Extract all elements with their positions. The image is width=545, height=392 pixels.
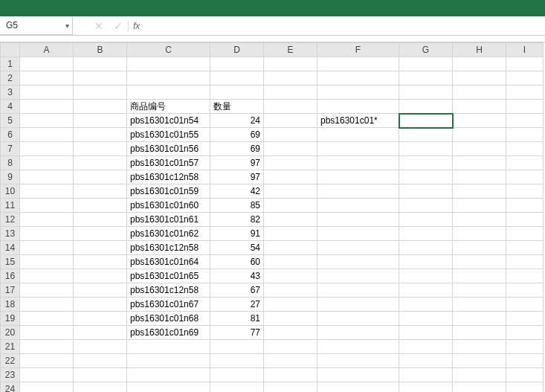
- row-header-18[interactable]: 18: [1, 298, 20, 312]
- cell-G18[interactable]: [399, 298, 453, 312]
- cell-C17[interactable]: pbs16301c12n58: [127, 283, 210, 298]
- cell-D19[interactable]: 81: [210, 312, 264, 326]
- cell-F15[interactable]: [317, 255, 399, 269]
- cell-I8[interactable]: [506, 156, 544, 170]
- cell-A14[interactable]: [20, 241, 74, 255]
- cell-F11[interactable]: [317, 199, 399, 213]
- cell-H11[interactable]: [453, 199, 506, 213]
- col-header-B[interactable]: B: [74, 43, 127, 57]
- cell-H8[interactable]: [453, 156, 506, 170]
- row-header-22[interactable]: 22: [1, 354, 20, 368]
- cell-H24[interactable]: [453, 382, 506, 393]
- row-header-12[interactable]: 12: [1, 213, 20, 227]
- cell-D20[interactable]: 77: [210, 326, 264, 340]
- cell-B19[interactable]: [74, 312, 127, 326]
- cell-D13[interactable]: 91: [210, 227, 264, 241]
- cell-H4[interactable]: [453, 100, 506, 114]
- cell-E1[interactable]: [264, 57, 317, 71]
- cell-B3[interactable]: [74, 86, 127, 100]
- cell-G8[interactable]: [399, 156, 453, 170]
- cell-E11[interactable]: [264, 199, 317, 213]
- cell-I20[interactable]: [506, 326, 544, 340]
- cell-H14[interactable]: [453, 241, 506, 255]
- cell-I23[interactable]: [506, 368, 544, 382]
- cell-E4[interactable]: [264, 100, 317, 114]
- cell-F22[interactable]: [317, 354, 399, 368]
- row-header-2[interactable]: 2: [1, 71, 20, 86]
- cell-I4[interactable]: [506, 100, 544, 114]
- cell-H2[interactable]: [453, 71, 506, 86]
- cell-C21[interactable]: [127, 340, 210, 354]
- cell-A23[interactable]: [20, 368, 74, 382]
- cell-B23[interactable]: [74, 368, 127, 382]
- select-all-corner[interactable]: [1, 43, 20, 57]
- row-header-16[interactable]: 16: [1, 269, 20, 283]
- cell-C22[interactable]: [127, 354, 210, 368]
- row-header-11[interactable]: 11: [1, 199, 20, 213]
- cell-D12[interactable]: 82: [210, 213, 264, 227]
- cell-H13[interactable]: [453, 227, 506, 241]
- cell-F16[interactable]: [317, 269, 399, 283]
- cell-B2[interactable]: [74, 71, 127, 86]
- row-header-19[interactable]: 19: [1, 312, 20, 326]
- cell-F2[interactable]: [317, 71, 399, 86]
- cell-I19[interactable]: [506, 312, 544, 326]
- cell-B1[interactable]: [74, 57, 127, 71]
- cell-E18[interactable]: [264, 298, 317, 312]
- cell-D10[interactable]: 42: [210, 184, 264, 199]
- cell-G7[interactable]: [399, 142, 453, 156]
- row-header-23[interactable]: 23: [1, 368, 20, 382]
- cell-I6[interactable]: [506, 128, 544, 142]
- cell-B22[interactable]: [74, 354, 127, 368]
- row-header-1[interactable]: 1: [1, 57, 20, 71]
- cell-D23[interactable]: [210, 368, 264, 382]
- col-header-D[interactable]: D: [210, 43, 264, 57]
- cell-A12[interactable]: [20, 213, 74, 227]
- cell-A15[interactable]: [20, 255, 74, 269]
- cell-F6[interactable]: [317, 128, 399, 142]
- cell-H6[interactable]: [453, 128, 506, 142]
- cell-A19[interactable]: [20, 312, 74, 326]
- cell-C7[interactable]: pbs16301c01n56: [127, 142, 210, 156]
- cell-C14[interactable]: pbs16301c12n58: [127, 241, 210, 255]
- row-header-8[interactable]: 8: [1, 156, 20, 170]
- cell-F19[interactable]: [317, 312, 399, 326]
- cell-H7[interactable]: [453, 142, 506, 156]
- cell-D16[interactable]: 43: [210, 269, 264, 283]
- cell-G17[interactable]: [399, 283, 453, 298]
- cell-H18[interactable]: [453, 298, 506, 312]
- col-header-C[interactable]: C: [127, 43, 210, 57]
- cell-E7[interactable]: [264, 142, 317, 156]
- cell-F10[interactable]: [317, 184, 399, 199]
- cell-C10[interactable]: pbs16301c01n59: [127, 184, 210, 199]
- cell-A1[interactable]: [20, 57, 74, 71]
- cell-B8[interactable]: [74, 156, 127, 170]
- cell-E3[interactable]: [264, 86, 317, 100]
- cell-A11[interactable]: [20, 199, 74, 213]
- cell-I22[interactable]: [506, 354, 544, 368]
- cell-G16[interactable]: [399, 269, 453, 283]
- cell-C18[interactable]: pbs16301c01n67: [127, 298, 210, 312]
- cell-H22[interactable]: [453, 354, 506, 368]
- cell-E14[interactable]: [264, 241, 317, 255]
- cell-B15[interactable]: [74, 255, 127, 269]
- cell-D3[interactable]: [210, 86, 264, 100]
- cell-A20[interactable]: [20, 326, 74, 340]
- cell-E19[interactable]: [264, 312, 317, 326]
- cell-F9[interactable]: [317, 170, 399, 184]
- row-header-17[interactable]: 17: [1, 283, 20, 298]
- col-header-E[interactable]: E: [264, 43, 317, 57]
- cell-I14[interactable]: [506, 241, 544, 255]
- cell-D21[interactable]: [210, 340, 264, 354]
- cell-I24[interactable]: [506, 382, 544, 393]
- cell-E2[interactable]: [264, 71, 317, 86]
- cell-B16[interactable]: [74, 269, 127, 283]
- cell-E17[interactable]: [264, 283, 317, 298]
- cell-B11[interactable]: [74, 199, 127, 213]
- cell-D17[interactable]: 67: [210, 283, 264, 298]
- row-header-7[interactable]: 7: [1, 142, 20, 156]
- cell-B4[interactable]: [74, 100, 127, 114]
- cell-D4[interactable]: 数量: [210, 100, 264, 114]
- cell-A9[interactable]: [20, 170, 74, 184]
- cell-I18[interactable]: [506, 298, 544, 312]
